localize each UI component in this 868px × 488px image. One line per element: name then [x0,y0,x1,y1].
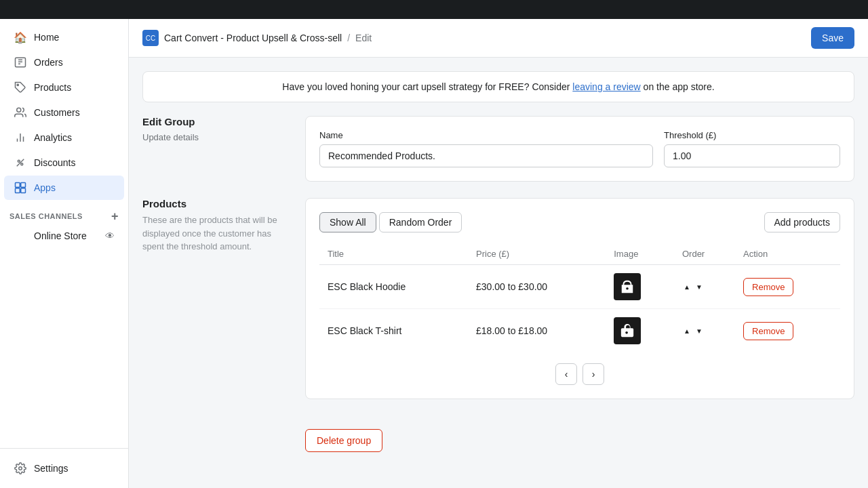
sidebar: 🏠 Home Orders Products Customers [0,19,129,488]
svg-point-16 [19,467,22,470]
order-controls-1: ▲ ▼ [682,282,727,292]
order-down-btn-1[interactable]: ▼ [694,282,704,292]
edit-group-section: Edit Group Update details Name Threshold… [142,116,854,182]
table-row: ESC Black Hoodie £30.00 to £30.00 [319,265,840,309]
products-description: These are the products that will be disp… [142,214,292,253]
sidebar-item-discounts[interactable]: Discounts [4,150,124,175]
svg-point-9 [18,160,20,162]
update-details-link[interactable]: Update details [142,132,199,142]
sidebar-item-customers[interactable]: Customers [4,100,124,125]
sidebar-item-online-store[interactable]: Online Store 👁 [4,226,124,246]
breadcrumb-separator: / [347,33,350,43]
filter-btn-group: Show All Random Order [319,212,462,232]
threshold-label: Threshold (£) [664,130,840,140]
col-action: Action [735,243,840,265]
save-button[interactable]: Save [811,27,854,49]
show-all-btn[interactable]: Show All [319,212,376,232]
svg-point-10 [21,163,23,165]
products-heading: Products [142,198,292,209]
delete-group-btn[interactable]: Delete group [305,429,382,452]
product-image-thumbnail-1 [614,273,641,300]
table-head: Title Price (£) Image Order Action [319,243,840,265]
threshold-input[interactable] [664,144,840,167]
sidebar-item-orders[interactable]: Orders [4,50,124,75]
add-sales-channel-btn[interactable]: + [111,210,119,222]
notice-review-link[interactable]: leaving a review [572,81,640,92]
col-price: Price (£) [468,243,606,265]
products-label: Products These are the products that wil… [142,198,292,399]
sidebar-item-analytics[interactable]: Analytics [4,125,124,150]
product-price-1: £30.00 to £30.00 [468,265,606,309]
breadcrumb: CC Cart Convert - Product Upsell & Cross… [142,30,372,46]
remove-btn-2[interactable]: Remove [743,322,793,340]
products-table: Title Price (£) Image Order Action ESC B… [319,243,840,352]
svg-rect-14 [16,188,20,193]
delete-group-wrapper: Delete group [142,415,854,452]
products-icon [14,81,27,94]
breadcrumb-current: Edit [355,33,372,43]
products-card-header: Show All Random Order Add products [319,212,840,232]
sidebar-item-products[interactable]: Products [4,75,124,100]
order-down-btn-2[interactable]: ▼ [694,326,704,336]
sidebar-bottom: Settings [0,448,128,488]
col-order: Order [674,243,735,265]
sidebar-item-label: Products [34,82,71,93]
eye-icon: 👁 [105,230,115,241]
edit-group-heading: Edit Group [142,116,292,127]
product-order-1: ▲ ▼ [674,265,735,309]
page-body: Have you loved honing your cart upsell s… [129,58,868,466]
svg-point-4 [17,84,18,85]
sidebar-item-label: Discounts [34,157,75,168]
sidebar-item-label: Orders [34,57,63,68]
sidebar-item-label: Home [34,32,59,43]
order-up-btn-1[interactable]: ▲ [682,282,692,292]
name-input[interactable] [319,144,653,167]
top-bar [0,0,868,19]
discounts-icon [14,156,27,169]
page-header: CC Cart Convert - Product Upsell & Cross… [129,19,868,58]
product-image-2 [606,309,674,353]
products-card: Show All Random Order Add products Title… [305,198,854,399]
home-icon: 🏠 [14,30,27,44]
breadcrumb-app-link[interactable]: Cart Convert - Product Upsell & Cross-se… [164,33,342,43]
product-image-thumbnail-2 [614,317,641,344]
next-page-btn[interactable]: › [583,363,604,385]
name-label: Name [319,130,653,140]
app-icon: CC [142,30,159,46]
table-body: ESC Black Hoodie £30.00 to £30.00 [319,265,840,353]
col-title: Title [319,243,468,265]
notice-text-before: Have you loved honing your cart upsell s… [282,81,572,92]
product-title-1: ESC Black Hoodie [319,265,468,309]
svg-rect-15 [21,188,26,193]
main-content: CC Cart Convert - Product Upsell & Cross… [129,19,868,488]
sidebar-item-label: Apps [34,182,56,193]
add-products-btn[interactable]: Add products [764,212,841,232]
product-order-2: ▲ ▼ [674,309,735,353]
edit-group-label: Edit Group Update details [142,116,292,182]
notice-bar: Have you loved honing your cart upsell s… [142,71,854,102]
analytics-icon [14,131,27,144]
edit-group-form-row: Name Threshold (£) [319,130,840,167]
sidebar-nav: 🏠 Home Orders Products Customers [0,19,128,448]
settings-icon [14,462,27,475]
notice-text-after: on the app store. [641,81,715,92]
products-grid: Products These are the products that wil… [142,198,854,399]
product-price-2: £18.00 to £18.00 [468,309,606,353]
prev-page-btn[interactable]: ‹ [555,363,577,385]
svg-rect-13 [21,183,26,188]
sidebar-item-apps[interactable]: Apps [4,176,124,200]
product-action-2: Remove [735,309,840,353]
edit-group-card: Name Threshold (£) [305,116,854,182]
sidebar-item-home[interactable]: 🏠 Home [4,25,124,49]
table-header-row: Title Price (£) Image Order Action [319,243,840,265]
order-controls-2: ▲ ▼ [682,326,727,336]
sidebar-item-settings[interactable]: Settings [4,456,124,481]
settings-label: Settings [34,463,68,474]
remove-btn-1[interactable]: Remove [743,278,793,296]
name-form-group: Name [319,130,653,167]
order-up-btn-2[interactable]: ▲ [682,326,692,336]
customers-icon [14,106,27,119]
random-order-btn[interactable]: Random Order [379,212,462,232]
svg-rect-12 [16,183,20,188]
products-section: Products These are the products that wil… [142,198,854,399]
